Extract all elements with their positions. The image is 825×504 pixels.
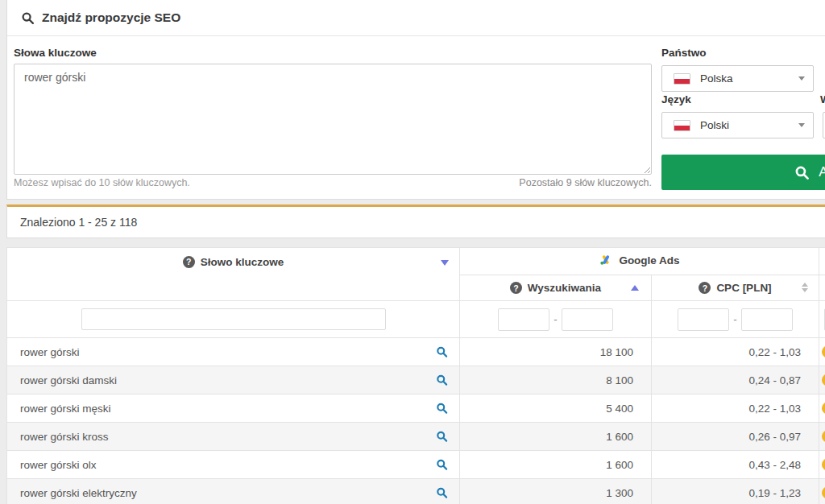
table-row: rower górski elektryczny 1 300 0,19 - 1,… <box>7 479 825 504</box>
cpc-cell: 0,19 - 1,23 <box>652 479 819 504</box>
cpc-cell: 0,24 - 0,87 <box>652 366 819 395</box>
searches-cell: 1 600 <box>460 423 652 451</box>
searches-column-header[interactable]: Wyszukiwania <box>460 275 652 301</box>
poland-flag-icon <box>674 73 690 85</box>
country-selected-value: Polska <box>700 72 733 85</box>
extra-column-group-header <box>819 248 825 275</box>
cpc-filter-cell: - <box>652 301 819 338</box>
extra-cell <box>819 338 825 366</box>
language-label: Język <box>661 93 691 105</box>
keywords-remaining-hint: Pozostało 9 słów kluczowych. <box>14 177 652 188</box>
keyword-cell: rower górski elektryczny <box>7 479 460 504</box>
keyword-text: rower górski kross <box>20 431 109 443</box>
searches-min-input[interactable] <box>498 308 549 331</box>
range-separator: - <box>553 313 558 325</box>
keyword-search-icon[interactable] <box>436 403 448 415</box>
cpc-min-input[interactable] <box>678 308 729 331</box>
keyword-search-icon[interactable] <box>436 346 448 358</box>
google-ads-group-header: Google Ads <box>460 248 819 275</box>
keyword-cell: rower górski męski <box>7 395 460 423</box>
extra-cell <box>819 479 825 504</box>
google-ads-header-label: Google Ads <box>619 254 679 266</box>
sort-desc-icon[interactable] <box>441 260 449 266</box>
extra-cell <box>819 451 825 479</box>
country-select[interactable]: Polska <box>661 65 814 92</box>
cpc-max-input[interactable] <box>741 308 793 331</box>
results-table-wrap: Słowo kluczowe Google Ads <box>6 247 825 504</box>
keyword-text: rower górski damski <box>20 374 117 386</box>
extra-cell <box>819 423 825 451</box>
range-separator: - <box>733 313 737 325</box>
keyword-filter-input[interactable] <box>81 308 386 330</box>
help-icon[interactable] <box>183 256 195 268</box>
table-row: rower górski męski 5 400 0,22 - 1,03 <box>7 395 825 423</box>
extra-cell <box>819 395 825 423</box>
keyword-header-label: Słowo kluczowe <box>201 256 284 268</box>
keyword-search-icon[interactable] <box>436 487 448 499</box>
google-ads-icon <box>599 254 613 266</box>
seo-suggestions-page: Znajdź propozycje SEO Słowa kluczowe row… <box>0 0 825 504</box>
chevron-down-icon <box>798 123 805 127</box>
cpc-cell: 0,22 - 1,03 <box>652 395 819 423</box>
analyze-button[interactable]: Analizuj <box>661 155 825 190</box>
searches-cell: 1 600 <box>460 451 652 479</box>
trend-icon <box>822 403 825 415</box>
keyword-cell: rower górski <box>7 338 460 366</box>
table-row: rower górski kross 1 600 0,26 - 0,97 <box>7 423 825 451</box>
page-title: Znajdź propozycje SEO <box>42 10 180 25</box>
trend-icon <box>822 431 825 443</box>
searches-header-label: Wyszukiwania <box>528 282 601 294</box>
results-summary-card: Znaleziono 1 - 25 z 118 <box>6 204 825 238</box>
language-select[interactable]: Polski <box>661 112 814 138</box>
keyword-filter-cell <box>7 301 460 338</box>
keyword-text: rower górski elektryczny <box>20 487 137 499</box>
help-icon[interactable] <box>510 282 522 294</box>
results-count: Znaleziono 1 - 25 z 118 <box>20 216 137 229</box>
searches-max-input[interactable] <box>562 308 613 331</box>
chevron-down-icon <box>798 76 805 81</box>
language-selected-value: Polski <box>700 119 729 131</box>
keyword-text: rower górski olx <box>20 459 97 471</box>
trend-icon <box>822 459 825 471</box>
keyword-search-icon[interactable] <box>436 431 448 443</box>
cpc-column-header[interactable]: CPC [PLN] <box>652 275 819 301</box>
trend-icon <box>822 346 825 358</box>
sort-asc-icon[interactable] <box>631 285 639 291</box>
analyze-button-label: Analizuj <box>819 164 825 180</box>
keywords-textarea[interactable]: rower górski <box>14 64 652 175</box>
extra-column-header <box>819 275 825 301</box>
cpc-cell: 0,26 - 0,97 <box>652 423 819 451</box>
card-title-bar: Znajdź propozycje SEO <box>7 0 825 36</box>
cpc-header-label: CPC [PLN] <box>716 282 771 294</box>
extra-cell <box>819 366 825 395</box>
country-label: Państwo <box>661 47 707 59</box>
searches-cell: 1 300 <box>460 479 652 504</box>
searches-cell: 8 100 <box>460 366 652 395</box>
keyword-cell: rower górski olx <box>7 451 460 479</box>
search-icon <box>21 11 35 25</box>
search-engine-label: Wyszukiwarka <box>820 93 825 105</box>
keywords-label: Słowa kluczowe <box>14 47 97 59</box>
extra-filter-cell <box>819 301 825 338</box>
searches-cell: 5 400 <box>460 395 652 423</box>
results-table: Słowo kluczowe Google Ads <box>6 247 825 504</box>
cpc-cell: 0,43 - 2,48 <box>652 451 819 479</box>
keyword-text: rower górski <box>20 346 80 358</box>
keyword-column-header[interactable]: Słowo kluczowe <box>7 248 460 301</box>
keyword-cell: rower górski damski <box>7 366 460 395</box>
help-icon[interactable] <box>699 282 711 294</box>
searches-filter-cell: - <box>460 301 652 338</box>
table-row: rower górski damski 8 100 0,24 - 0,87 <box>7 366 825 395</box>
keyword-search-icon[interactable] <box>436 374 448 386</box>
filter-row: - - <box>7 301 825 338</box>
trend-icon <box>822 374 825 386</box>
keyword-text: rower górski męski <box>20 403 111 415</box>
poland-flag-icon <box>674 120 690 131</box>
sort-both-icon[interactable] <box>802 283 808 292</box>
table-row: rower górski 18 100 0,22 - 1,03 <box>7 338 825 366</box>
table-row: rower górski olx 1 600 0,43 - 2,48 <box>7 451 825 479</box>
keyword-cell: rower górski kross <box>7 423 460 451</box>
search-form-card: Znajdź propozycje SEO Słowa kluczowe row… <box>6 0 825 200</box>
searches-cell: 18 100 <box>460 338 652 366</box>
keyword-search-icon[interactable] <box>436 459 448 471</box>
